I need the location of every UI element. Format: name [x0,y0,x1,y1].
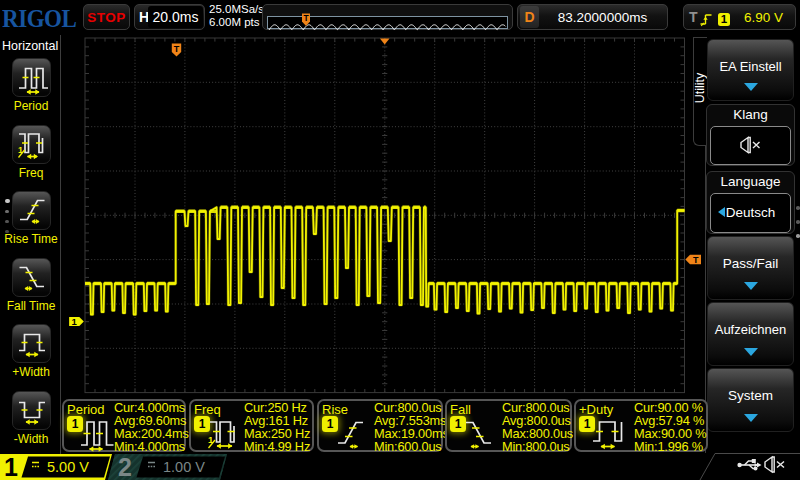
svg-text:1: 1 [4,453,18,480]
svg-text:5.00 V: 5.00 V [47,459,89,475]
svg-text:T: T [693,255,699,265]
svg-text:2: 2 [118,453,132,480]
svg-text:T: T [174,44,180,54]
svg-text:1: 1 [72,316,78,327]
svg-text:1.00 V: 1.00 V [163,459,205,475]
